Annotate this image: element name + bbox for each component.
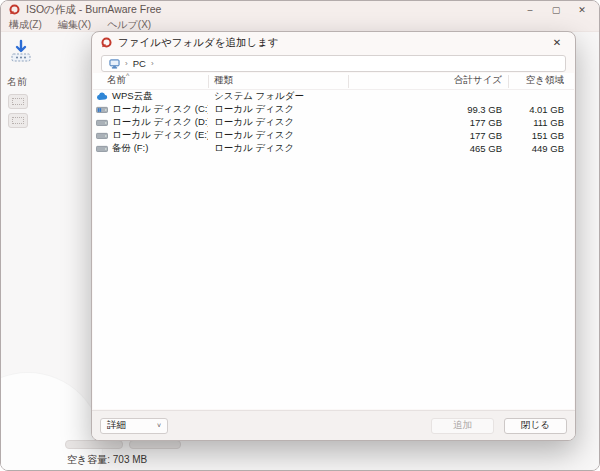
row-kind: ローカル ディスク xyxy=(208,116,348,129)
column-divider xyxy=(508,75,509,88)
list-header-row: ^ 名前 種類 合計サイズ 空き領域 xyxy=(93,73,574,90)
burnaware-logo-icon xyxy=(9,4,20,15)
burnaware-main-window: ISOの作成 - BurnAware Free – ▢ ✕ 構成(Z) 編集(X… xyxy=(0,0,600,471)
cloud-icon xyxy=(96,91,108,102)
window-title: ISOの作成 - BurnAware Free xyxy=(26,3,161,17)
drive-windows-icon xyxy=(96,104,108,115)
list-row-drive-c[interactable]: ローカル ディスク (C:) ローカル ディスク 99.3 GB 4.01 GB xyxy=(93,103,574,116)
minimize-button[interactable]: – xyxy=(517,1,543,18)
sort-ascending-icon: ^ xyxy=(126,72,129,79)
dialog-titlebar: ファイルやフォルダを追加します ✕ xyxy=(92,32,575,53)
breadcrumb-location-pc[interactable]: PC xyxy=(133,58,146,69)
view-mode-value: 詳細 xyxy=(107,419,126,432)
column-header-name[interactable]: 名前 xyxy=(93,73,208,89)
drive-icon xyxy=(96,143,108,154)
add-files-dialog: ファイルやフォルダを追加します ✕ › PC › ^ 名前 種類 合計サイズ xyxy=(91,31,576,441)
list-row-drive-f[interactable]: 备份 (F:) ローカル ディスク 465 GB 449 GB xyxy=(93,142,574,155)
toolbar-icon[interactable] xyxy=(8,94,28,109)
close-button[interactable]: ✕ xyxy=(569,1,595,18)
row-free-space: 151 GB xyxy=(508,130,570,141)
dialog-footer: 詳細 ˅ 追加 閉じる xyxy=(92,410,575,440)
capacity-bar-segment xyxy=(129,440,181,449)
column-divider xyxy=(348,75,349,88)
row-free-space: 449 GB xyxy=(508,143,570,154)
row-kind: システム フォルダー xyxy=(208,90,348,103)
drive-icon xyxy=(96,130,108,141)
menu-item-compilation[interactable]: 構成(Z) xyxy=(9,18,42,32)
window-titlebar: ISOの作成 - BurnAware Free – ▢ ✕ xyxy=(1,1,599,18)
column-divider xyxy=(208,75,209,88)
screenshot-stage: ISOの作成 - BurnAware Free – ▢ ✕ 構成(Z) 編集(X… xyxy=(0,0,600,471)
dialog-title: ファイルやフォルダを追加します xyxy=(118,36,279,50)
chevron-right-icon: › xyxy=(151,59,154,68)
drive-icon xyxy=(96,117,108,128)
address-bar[interactable]: › PC › xyxy=(101,55,566,72)
main-list-column-name[interactable]: 名前 xyxy=(7,75,27,89)
row-name: ローカル ディスク (E:) xyxy=(112,129,208,142)
menubar: 構成(Z) 編集(X) ヘルプ(X) xyxy=(1,18,599,32)
row-total-size: 177 GB xyxy=(348,117,508,128)
toolbar-icon[interactable] xyxy=(8,113,28,128)
row-total-size: 177 GB xyxy=(348,130,508,141)
add-files-icon xyxy=(9,39,33,63)
list-row-drive-d[interactable]: ローカル ディスク (D:) ローカル ディスク 177 GB 111 GB xyxy=(93,116,574,129)
row-name: 备份 (F:) xyxy=(112,142,148,155)
close-dialog-button[interactable]: 閉じる xyxy=(504,418,567,434)
pc-icon xyxy=(109,59,120,69)
chevron-right-icon: › xyxy=(125,59,128,68)
row-name: ローカル ディスク (C:) xyxy=(112,103,208,116)
dialog-close-button[interactable]: ✕ xyxy=(542,32,572,53)
column-header-free-space[interactable]: 空き領域 xyxy=(508,73,570,89)
list-row-wps-cloud[interactable]: WPS云盘 システム フォルダー xyxy=(93,90,574,103)
column-header-kind[interactable]: 種類 xyxy=(208,73,348,89)
dialog-logo-icon xyxy=(101,37,112,48)
row-free-space: 111 GB xyxy=(508,117,570,128)
chevron-down-icon: ˅ xyxy=(157,422,161,429)
row-free-space: 4.01 GB xyxy=(508,104,570,115)
capacity-bar-segment xyxy=(65,440,123,449)
list-row-drive-e[interactable]: ローカル ディスク (E:) ローカル ディスク 177 GB 151 GB xyxy=(93,129,574,142)
free-space-status: 空き容量: 703 MB xyxy=(67,453,147,467)
row-total-size: 465 GB xyxy=(348,143,508,154)
maximize-button[interactable]: ▢ xyxy=(543,1,569,18)
menu-item-edit[interactable]: 編集(X) xyxy=(58,18,91,32)
add-files-toolbar-button[interactable] xyxy=(9,39,33,63)
row-kind: ローカル ディスク xyxy=(208,129,348,142)
view-mode-select[interactable]: 詳細 ˅ xyxy=(100,418,168,434)
add-button[interactable]: 追加 xyxy=(431,418,494,434)
row-total-size: 99.3 GB xyxy=(348,104,508,115)
row-name: WPS云盘 xyxy=(112,90,153,103)
row-name: ローカル ディスク (D:) xyxy=(112,116,208,129)
row-kind: ローカル ディスク xyxy=(208,103,348,116)
column-header-total-size[interactable]: 合計サイズ xyxy=(348,73,508,89)
menu-item-help[interactable]: ヘルプ(X) xyxy=(107,18,151,32)
row-kind: ローカル ディスク xyxy=(208,142,348,155)
file-list: ^ 名前 種類 合計サイズ 空き領域 WPS云盘 xyxy=(93,73,574,409)
